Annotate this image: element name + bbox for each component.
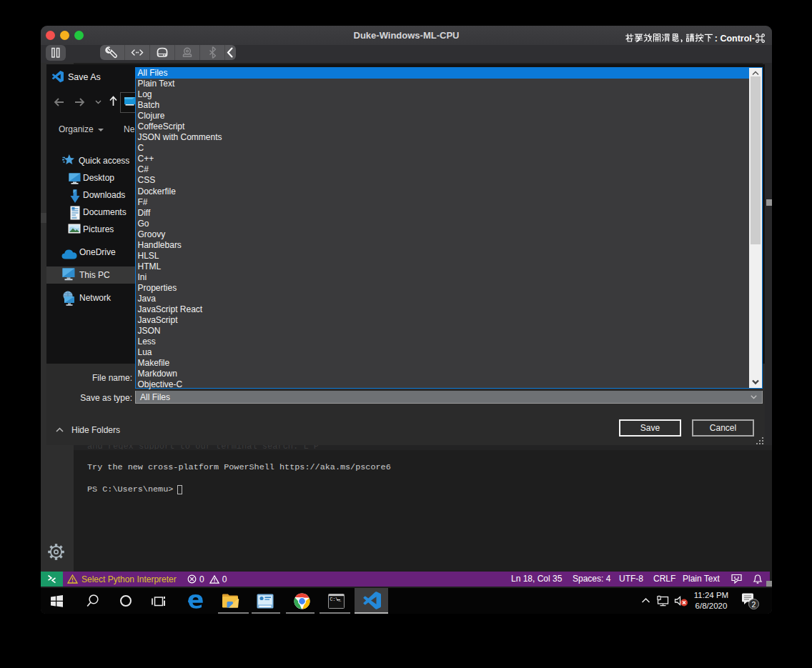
svg-text:2: 2: [752, 600, 756, 609]
